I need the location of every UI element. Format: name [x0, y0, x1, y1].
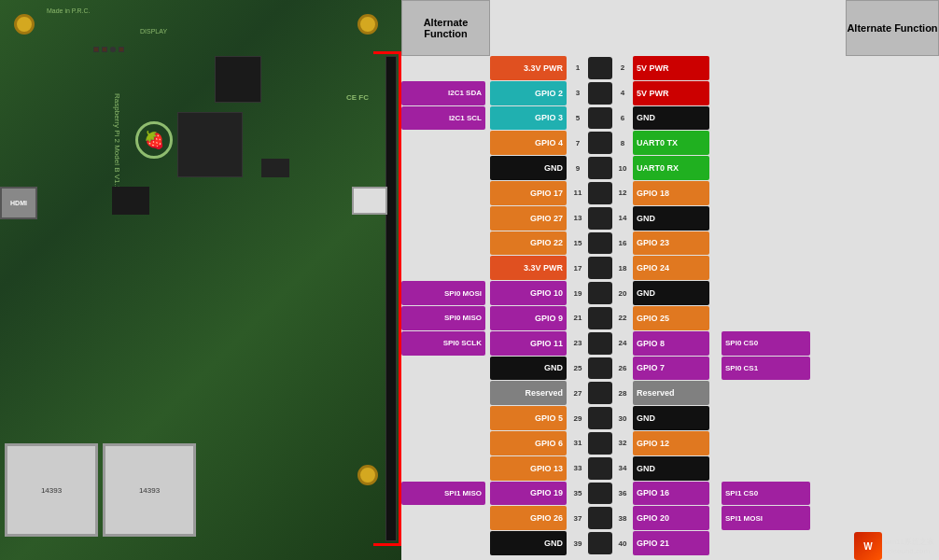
pin-num-right-32: 32 [614, 431, 631, 455]
gpio-label-right-6: GND [633, 106, 709, 131]
alt-right-28 [722, 381, 810, 405]
alt-left-5: I2C1 SCL [401, 106, 485, 131]
pin-num-right-36: 36 [614, 482, 631, 506]
main-chip [177, 112, 243, 177]
gpio-label-right-28: Reserved [633, 381, 709, 405]
pin-num-left-37: 37 [569, 506, 586, 530]
alt-right-24: SPI0 CS0 [722, 331, 810, 356]
gpio-label-right-38: GPIO 20 [633, 506, 709, 530]
pin-num-left-21: 21 [569, 306, 586, 330]
pin-num-left-15: 15 [569, 231, 586, 256]
alt-left-3: I2C1 SDA [401, 81, 485, 105]
gpio-label-right-30: GND [633, 406, 709, 430]
pin-num-left-35: 35 [569, 482, 586, 506]
mounting-hole-tr [357, 14, 378, 35]
gpio-label-right-20: GND [633, 281, 709, 305]
gpio-left-column: 3.3V PWRGPIO 2GPIO 3GPIO 4GNDGPIO 17GPIO… [490, 56, 569, 532]
gpio-label-left-35: GPIO 19 [490, 482, 567, 506]
pin-num-right-28: 28 [614, 381, 631, 405]
alt-left-23: SPI0 SCLK [401, 331, 485, 356]
pin-num-right-2: 2 [614, 56, 631, 80]
alt-left-27 [401, 381, 485, 405]
alt-left-7 [401, 131, 485, 155]
alt-left-15 [401, 231, 485, 256]
gpio-label-left-27: Reserved [490, 381, 567, 405]
gpio-label-right-26: GPIO 7 [633, 357, 709, 381]
gpio-label-right-34: GND [633, 456, 709, 481]
gpio-label-left-3: GPIO 2 [490, 81, 567, 105]
mounting-hole-br [357, 465, 378, 485]
pin-num-left-31: 31 [569, 431, 586, 455]
gpio-label-right-16: GPIO 23 [633, 231, 709, 256]
alt-right-14 [722, 206, 810, 231]
board-model-text: Raspberry Pi 2 Model B V1.1 [113, 93, 121, 189]
pin-num-right-26: 26 [614, 357, 631, 381]
made-in-text: Made in P.R.C. [47, 7, 91, 14]
alt-right-6 [722, 106, 810, 131]
pin-num-left-23: 23 [569, 331, 586, 356]
alt-right-10 [722, 156, 810, 180]
pin-num-left-25: 25 [569, 357, 586, 381]
pin-num-left-19: 19 [569, 281, 586, 305]
gpio-label-right-12: GPIO 18 [633, 181, 709, 205]
pin-num-left-39: 39 [569, 531, 586, 555]
gpio-label-right-18: GPIO 24 [633, 256, 709, 280]
gpio-label-left-15: GPIO 22 [490, 231, 567, 256]
gpio-label-left-39: GND [490, 531, 567, 555]
gpio-label-left-19: GPIO 10 [490, 281, 567, 305]
pin-rows-container: I2C1 SDAI2C1 SCLSPI0 MOSISPI0 MISOSPI0 S… [401, 56, 939, 532]
gpio-label-left-1: 3.3V PWR [490, 56, 567, 80]
chip-2 [112, 187, 149, 215]
rpi-logo: 🍓 [135, 121, 173, 159]
header-alt-right: Alternate Function [846, 0, 939, 56]
alt-right-30 [722, 406, 810, 430]
hdmi-port: HDMI [0, 187, 37, 219]
gpio-label-right-24: GPIO 8 [633, 331, 709, 356]
alt-right-16 [722, 231, 810, 256]
alt-left-1 [401, 56, 485, 80]
secondary-chip [215, 56, 261, 103]
alt-left-13 [401, 206, 485, 231]
components-area [93, 47, 124, 52]
pin-num-right-40: 40 [614, 531, 631, 555]
gpio-label-left-7: GPIO 4 [490, 131, 567, 155]
pin-num-right-22: 22 [614, 306, 631, 330]
gpio-label-right-32: GPIO 12 [633, 431, 709, 455]
alt-left-37 [401, 506, 485, 530]
gpio-label-right-2: 5V PWR [633, 56, 709, 80]
pin-num-left-7: 7 [569, 131, 586, 155]
usb-port-2: 14393 [103, 443, 196, 537]
pins-center-column [588, 56, 614, 532]
pin-num-right-10: 10 [614, 156, 631, 180]
alt-right-26: SPI0 CS1 [722, 357, 810, 381]
alt-right-18 [722, 256, 810, 280]
alt-right-2 [722, 56, 810, 80]
pin-num-left-13: 13 [569, 206, 586, 231]
alt-left-33 [401, 456, 485, 481]
pin-num-right-14: 14 [614, 206, 631, 231]
gpio-label-right-8: UART0 TX [633, 131, 709, 155]
alt-left-31 [401, 431, 485, 455]
pin-num-right-4: 4 [614, 81, 631, 105]
alt-left-39 [401, 531, 485, 555]
alt-right-36: SPI1 CS0 [722, 482, 810, 506]
ethernet-port [352, 187, 387, 215]
header-alt-left: Alternate Function [401, 0, 490, 56]
gpio-label-left-25: GND [490, 357, 567, 381]
pin-num-left-11: 11 [569, 181, 586, 205]
gpio-label-right-10: UART0 RX [633, 156, 709, 180]
pin-num-right-column: 246810121416182022242628303234363840 [614, 56, 633, 532]
pin-num-right-38: 38 [614, 506, 631, 530]
alt-left-column: I2C1 SDAI2C1 SCLSPI0 MOSISPI0 MISOSPI0 S… [401, 56, 490, 532]
pin-num-left-9: 9 [569, 156, 586, 180]
red-border-top [373, 51, 401, 54]
gpio-label-right-4: 5V PWR [633, 81, 709, 105]
gpio-label-left-5: GPIO 3 [490, 106, 567, 131]
alt-right-12 [722, 181, 810, 205]
board-image: HDMI 14393 14393 Raspberry Pi 2 Model B … [0, 0, 401, 560]
gpio-label-left-37: GPIO 26 [490, 506, 567, 530]
gpio-label-left-33: GPIO 13 [490, 456, 567, 481]
pin-num-left-33: 33 [569, 456, 586, 481]
watermark-text: win11系统之家relsound.com [885, 537, 934, 555]
alt-right-22 [722, 306, 810, 330]
